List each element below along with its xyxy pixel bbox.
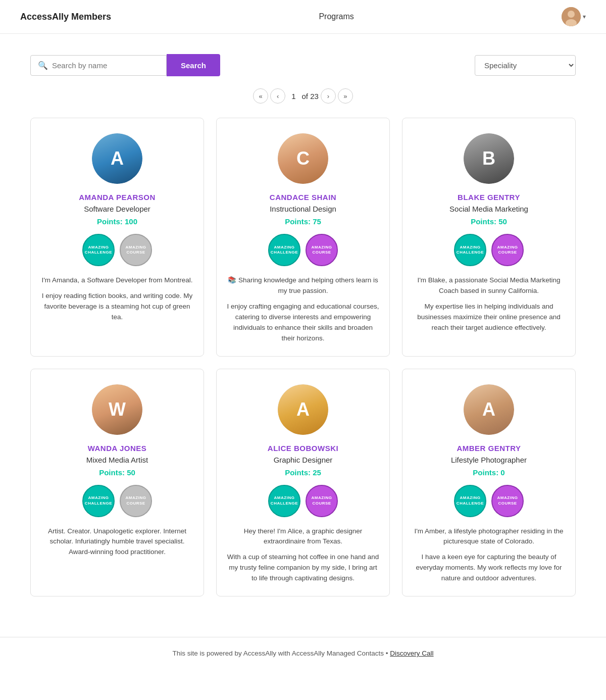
member-points: Points: 50 bbox=[471, 217, 507, 226]
member-bio1: Hey there! I'm Alice, a graphic designer… bbox=[227, 526, 379, 547]
member-points: Points: 0 bbox=[473, 468, 504, 477]
member-bio1: I'm Blake, a passionate Social Media Mar… bbox=[413, 275, 565, 296]
footer: This site is powered by AccessAlly with … bbox=[0, 637, 606, 669]
specialty-filter[interactable]: SpecialitySoftware DeveloperInstructiona… bbox=[475, 55, 576, 76]
member-name[interactable]: BLAKE GENTRY bbox=[458, 193, 520, 202]
member-card[interactable]: W WANDA JONES Mixed Media Artist Points:… bbox=[30, 369, 204, 597]
avatar-face: B bbox=[464, 133, 514, 184]
member-bio: I'm Blake, a passionate Social Media Mar… bbox=[413, 275, 565, 333]
badge: AMAZINGCHALLENGE bbox=[82, 234, 115, 266]
member-avatar: A bbox=[92, 133, 142, 184]
member-name[interactable]: AMANDA PEARSON bbox=[79, 193, 155, 202]
member-card[interactable]: A ALICE BOBOWSKI Graphic Designer Points… bbox=[216, 369, 390, 597]
member-bio2: I enjoy reading fiction books, and writi… bbox=[41, 291, 193, 323]
member-bio2: With a cup of steaming hot coffee in one… bbox=[227, 552, 379, 584]
member-specialty: Software Developer bbox=[84, 205, 150, 213]
member-specialty: Social Media Marketing bbox=[449, 205, 528, 213]
members-grid: A AMANDA PEARSON Software Developer Poin… bbox=[30, 118, 576, 596]
avatar-face: A bbox=[278, 384, 328, 435]
member-card[interactable]: A AMBER GENTRY Lifestyle Photographer Po… bbox=[402, 369, 576, 597]
member-bio: 📚 Sharing knowledge and helping others l… bbox=[227, 275, 379, 344]
avatar-face: W bbox=[92, 384, 142, 435]
member-bio2: I have a keen eye for capturing the beau… bbox=[413, 552, 565, 584]
avatar-face: A bbox=[464, 384, 514, 435]
badge: AMAZINGCOURSE bbox=[491, 485, 524, 517]
nav-programs[interactable]: Programs bbox=[319, 12, 354, 21]
member-specialty: Mixed Media Artist bbox=[86, 456, 148, 464]
avatar-svg bbox=[562, 7, 581, 26]
member-bio: Artist. Creator. Unapologetic explorer. … bbox=[41, 526, 193, 558]
pagination-prev[interactable]: ‹ bbox=[270, 88, 285, 104]
pagination-last[interactable]: » bbox=[338, 88, 353, 104]
search-left: 🔍 Search bbox=[30, 54, 220, 76]
member-badges: AMAZINGCHALLENGEAMAZINGCOURSE bbox=[454, 234, 524, 266]
member-badges: AMAZINGCHALLENGEAMAZINGCOURSE bbox=[82, 234, 152, 266]
badge: AMAZINGCHALLENGE bbox=[268, 234, 300, 266]
member-avatar: C bbox=[278, 133, 328, 184]
badge: AMAZINGCOURSE bbox=[120, 485, 152, 517]
avatar-face: A bbox=[92, 133, 142, 184]
avatar-face: C bbox=[278, 133, 328, 184]
badge: AMAZINGCOURSE bbox=[120, 234, 152, 266]
member-avatar: B bbox=[464, 133, 514, 184]
badge: AMAZINGCOURSE bbox=[306, 485, 338, 517]
avatar[interactable] bbox=[562, 7, 581, 26]
user-menu[interactable]: ▾ bbox=[562, 7, 586, 26]
member-avatar: A bbox=[464, 384, 514, 435]
badge: AMAZINGCHALLENGE bbox=[268, 485, 300, 517]
member-name[interactable]: CANDACE SHAIN bbox=[270, 193, 336, 202]
member-card[interactable]: A AMANDA PEARSON Software Developer Poin… bbox=[30, 118, 204, 357]
member-bio1: 📚 Sharing knowledge and helping others l… bbox=[227, 275, 379, 296]
search-input[interactable] bbox=[52, 61, 159, 70]
member-bio1: Artist. Creator. Unapologetic explorer. … bbox=[41, 526, 193, 558]
member-name[interactable]: WANDA JONES bbox=[88, 444, 147, 453]
avatar-image bbox=[562, 7, 581, 26]
pagination-next[interactable]: › bbox=[321, 88, 336, 104]
member-bio2: I enjoy crafting engaging and educationa… bbox=[227, 302, 379, 344]
member-bio: Hey there! I'm Alice, a graphic designer… bbox=[227, 526, 379, 584]
badge: AMAZINGCOURSE bbox=[306, 234, 338, 266]
pagination-first[interactable]: « bbox=[253, 88, 268, 104]
badge: AMAZINGCHALLENGE bbox=[454, 234, 486, 266]
site-title: AccessAlly Members bbox=[20, 12, 111, 22]
header: AccessAlly Members Programs ▾ bbox=[0, 0, 606, 34]
svg-point-1 bbox=[568, 11, 575, 18]
member-avatar: W bbox=[92, 384, 142, 435]
pagination-of: of 23 bbox=[301, 92, 318, 101]
member-badges: AMAZINGCHALLENGEAMAZINGCOURSE bbox=[268, 485, 338, 517]
member-name[interactable]: ALICE BOBOWSKI bbox=[268, 444, 338, 453]
member-badges: AMAZINGCHALLENGEAMAZINGCOURSE bbox=[454, 485, 524, 517]
member-badges: AMAZINGCHALLENGEAMAZINGCOURSE bbox=[82, 485, 152, 517]
search-bar: 🔍 Search SpecialitySoftware DeveloperIns… bbox=[30, 54, 576, 76]
badge: AMAZINGCHALLENGE bbox=[82, 485, 115, 517]
member-specialty: Instructional Design bbox=[270, 205, 336, 213]
member-points: Points: 25 bbox=[285, 468, 321, 477]
badge: AMAZINGCOURSE bbox=[491, 234, 524, 266]
member-bio: I'm Amber, a lifestyle photographer resi… bbox=[413, 526, 565, 584]
member-badges: AMAZINGCHALLENGEAMAZINGCOURSE bbox=[268, 234, 338, 266]
chevron-down-icon: ▾ bbox=[583, 13, 586, 20]
search-input-wrapper: 🔍 bbox=[30, 55, 167, 76]
member-points: Points: 50 bbox=[99, 468, 135, 477]
search-icon: 🔍 bbox=[38, 61, 48, 70]
pagination: « ‹ 1 of 23 › » bbox=[30, 88, 576, 104]
member-card[interactable]: C CANDACE SHAIN Instructional Design Poi… bbox=[216, 118, 390, 357]
footer-text: This site is powered by AccessAlly with … bbox=[172, 649, 388, 657]
member-points: Points: 75 bbox=[285, 217, 321, 226]
specialty-select[interactable]: SpecialitySoftware DeveloperInstructiona… bbox=[475, 55, 576, 76]
member-bio: I'm Amanda, a Software Developer from Mo… bbox=[41, 275, 193, 323]
member-specialty: Lifestyle Photographer bbox=[451, 456, 527, 464]
member-bio2: My expertise lies in helping individuals… bbox=[413, 302, 565, 333]
main-nav[interactable]: Programs bbox=[319, 12, 354, 21]
member-avatar: A bbox=[278, 384, 328, 435]
footer-link[interactable]: Discovery Call bbox=[390, 649, 433, 657]
search-button[interactable]: Search bbox=[167, 54, 220, 76]
member-specialty: Graphic Designer bbox=[274, 456, 333, 464]
member-bio1: I'm Amber, a lifestyle photographer resi… bbox=[413, 526, 565, 547]
pagination-current: 1 bbox=[287, 92, 299, 101]
member-name[interactable]: AMBER GENTRY bbox=[457, 444, 521, 453]
member-card[interactable]: B BLAKE GENTRY Social Media Marketing Po… bbox=[402, 118, 576, 357]
main-content: 🔍 Search SpecialitySoftware DeveloperIns… bbox=[0, 34, 606, 637]
member-bio1: I'm Amanda, a Software Developer from Mo… bbox=[41, 275, 193, 286]
member-points: Points: 100 bbox=[97, 217, 137, 226]
